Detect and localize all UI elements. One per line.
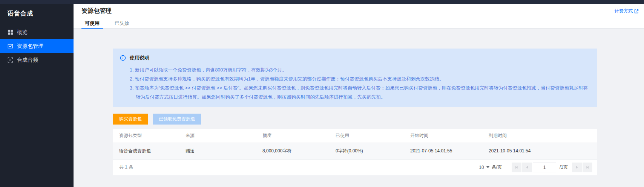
main-area: 资源包管理 计费方式 可使用 已失效 bbox=[74, 4, 644, 187]
cell-package-type: 语音合成资源包 bbox=[113, 143, 179, 159]
content-area: 使用说明 1. 新用户可以领取一个免费资源包，内含800万调用字符，有效期为3个… bbox=[74, 29, 644, 187]
col-start-time: 开始时间 bbox=[404, 129, 483, 143]
col-quota: 额度 bbox=[256, 129, 330, 143]
page-size-unit: 条/页 bbox=[492, 164, 502, 170]
window-top-bar bbox=[0, 0, 644, 4]
pagination: 10 条/页 bbox=[479, 163, 592, 172]
notice-item: 1. 新用户可以领取一个免费资源包，内含800万调用字符，有效期为3个月。 bbox=[130, 65, 589, 74]
total-count-label: 共 1 条 bbox=[119, 164, 133, 170]
page-header: 资源包管理 计费方式 bbox=[74, 4, 644, 18]
col-expire-time: 到期时间 bbox=[483, 129, 597, 143]
resource-package-table-card: 资源包类型 来源 额度 已使用 开始时间 到期时间 语音合成资源包 赠送 8,0 bbox=[113, 129, 597, 175]
sidebar-item-label: 资源包管理 bbox=[17, 43, 43, 50]
resource-package-table: 资源包类型 来源 额度 已使用 开始时间 到期时间 语音合成资源包 赠送 8,0 bbox=[113, 129, 597, 160]
cell-source: 赠送 bbox=[179, 143, 256, 159]
first-page-button[interactable] bbox=[512, 163, 521, 172]
total-pages-label: /1页 bbox=[560, 164, 568, 170]
notice-item: 3. 扣费顺序为“免费资源包 >> 付费资源包 >> 后付费”。如果您未购买付费… bbox=[130, 84, 589, 102]
last-page-icon bbox=[586, 166, 589, 169]
app-layout: 语音合成 概览 资源包管理 合成音频 bbox=[0, 4, 644, 187]
notice-list: 1. 新用户可以领取一个免费资源包，内含800万调用字符，有效期为3个月。 2.… bbox=[120, 65, 589, 102]
table-footer: 共 1 条 10 条/页 bbox=[113, 160, 597, 175]
cell-quota: 8,000,000字符 bbox=[256, 143, 330, 159]
sidebar-item-label: 合成音频 bbox=[17, 57, 38, 64]
external-link-icon bbox=[634, 9, 639, 14]
page-size-value: 10 bbox=[479, 165, 484, 170]
table-header-row: 资源包类型 来源 额度 已使用 开始时间 到期时间 bbox=[113, 129, 597, 143]
col-used: 已使用 bbox=[330, 129, 404, 143]
tab-available-label: 可使用 bbox=[85, 20, 100, 27]
overview-grid-icon bbox=[8, 29, 13, 35]
tab-bar: 可使用 已失效 bbox=[74, 18, 644, 29]
page-title: 资源包管理 bbox=[81, 7, 112, 15]
billing-method-link-label: 计费方式 bbox=[615, 8, 633, 14]
page-size-select[interactable]: 10 条/页 bbox=[479, 164, 502, 170]
cell-start-time: 2021-07-05 14:01:55 bbox=[404, 143, 483, 159]
prev-page-button[interactable] bbox=[522, 163, 532, 172]
sidebar-item-overview[interactable]: 概览 bbox=[0, 25, 74, 39]
claimed-free-package-button[interactable]: 已领取免费资源包 bbox=[153, 114, 201, 125]
tab-expired[interactable]: 已失效 bbox=[111, 18, 133, 28]
sidebar-item-synthesized-audio[interactable]: 合成音频 bbox=[0, 53, 74, 67]
col-source: 来源 bbox=[179, 129, 256, 143]
page-number-input[interactable] bbox=[533, 163, 556, 172]
prev-page-icon bbox=[525, 166, 529, 169]
tab-available[interactable]: 可使用 bbox=[81, 18, 103, 28]
sidebar: 语音合成 概览 资源包管理 合成音频 bbox=[0, 4, 74, 187]
buy-resource-package-button[interactable]: 购买资源包 bbox=[113, 114, 148, 125]
first-page-icon bbox=[515, 166, 518, 169]
caret-down-icon bbox=[486, 166, 489, 168]
next-page-icon bbox=[575, 166, 579, 169]
cell-expire-time: 2021-10-05 14:01:54 bbox=[483, 143, 597, 159]
notice-title: 使用说明 bbox=[130, 55, 149, 61]
tab-expired-label: 已失效 bbox=[115, 20, 129, 27]
table-row: 语音合成资源包 赠送 8,000,000字符 0字符(0.00%) 2021-0… bbox=[113, 143, 597, 159]
cell-used: 0字符(0.00%) bbox=[330, 143, 404, 159]
billing-method-link[interactable]: 计费方式 bbox=[615, 8, 639, 14]
notice-header: 使用说明 bbox=[120, 55, 589, 61]
sidebar-item-resource-packages[interactable]: 资源包管理 bbox=[0, 39, 74, 53]
notice-item: 2. 预付费资源包支持多种规格，购买的资源包有效期均为1年，资源包额度未使用完的… bbox=[130, 74, 589, 84]
pager-controls: /1页 bbox=[511, 163, 592, 172]
next-page-button[interactable] bbox=[572, 163, 582, 172]
col-package-type: 资源包类型 bbox=[113, 129, 179, 143]
sidebar-product-title: 语音合成 bbox=[0, 4, 74, 25]
usage-notice-banner: 使用说明 1. 新用户可以领取一个免费资源包，内含800万调用字符，有效期为3个… bbox=[113, 49, 597, 107]
resource-package-icon bbox=[8, 43, 13, 49]
info-icon bbox=[120, 55, 126, 61]
last-page-button[interactable] bbox=[583, 163, 592, 172]
sidebar-item-label: 概览 bbox=[17, 29, 28, 36]
actions-row: 购买资源包 已领取免费资源包 bbox=[113, 114, 597, 125]
synthesized-audio-icon bbox=[8, 57, 13, 63]
